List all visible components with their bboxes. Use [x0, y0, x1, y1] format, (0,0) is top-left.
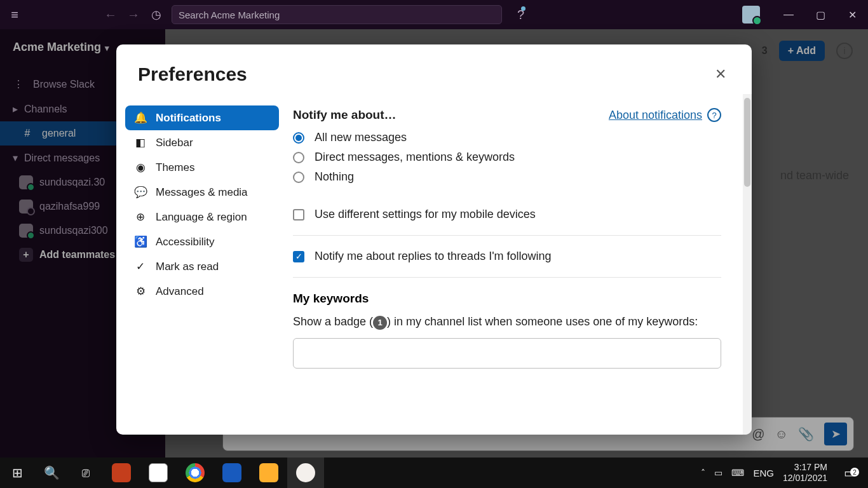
minimize-icon[interactable]: — — [773, 9, 804, 20]
eye-icon: ◉ — [134, 161, 147, 174]
battery-icon[interactable]: ▭ — [714, 468, 722, 478]
accessibility-icon: ♿ — [134, 235, 147, 248]
checkbox-mobile-settings[interactable]: Use different settings for my mobile dev… — [293, 208, 740, 221]
app-file-explorer[interactable] — [250, 458, 287, 488]
app-slack[interactable] — [287, 458, 324, 488]
nav-sidebar[interactable]: ◧Sidebar — [125, 130, 279, 155]
back-arrow-icon[interactable]: ← — [99, 8, 122, 22]
nav-messages-media[interactable]: 💬Messages & media — [125, 180, 279, 205]
system-tray: ˄ ▭ ⌨ ENG 3:17 PM 12/01/2021 ▭2 — [701, 462, 868, 484]
window-titlebar: ≡ ← → ◷ Search Acme Marketing ? — ▢ ✕ — [0, 0, 868, 29]
hamburger-icon[interactable]: ≡ — [0, 8, 29, 22]
preferences-content: Notify me about… About notifications ? A… — [288, 94, 752, 435]
taskbar-clock[interactable]: 3:17 PM 12/01/2021 — [783, 462, 827, 484]
badge-count-icon: 1 — [373, 316, 387, 330]
nav-accessibility[interactable]: ♿Accessibility — [125, 229, 279, 254]
app-ms-store[interactable] — [140, 458, 177, 488]
history-icon[interactable]: ◷ — [145, 8, 168, 22]
help-circle-icon: ? — [707, 108, 721, 122]
app-chrome[interactable] — [177, 458, 214, 488]
my-keywords-heading: My keywords — [293, 292, 740, 306]
radio-icon — [293, 152, 304, 163]
gear-icon: ⚙ — [134, 285, 147, 298]
app-powerpoint[interactable] — [103, 458, 140, 488]
checkbox-icon: ✓ — [293, 251, 304, 262]
nav-advanced[interactable]: ⚙Advanced — [125, 279, 279, 304]
radio-dm-mentions-keywords[interactable]: Direct messages, mentions & keywords — [293, 151, 740, 164]
radio-icon — [293, 172, 304, 183]
action-center-icon[interactable]: ▭2 — [836, 465, 863, 480]
search-icon[interactable]: 🔍 — [34, 458, 69, 488]
my-keywords-description: Show a badge (1) in my channel list when… — [293, 313, 721, 330]
search-placeholder: Search Acme Marketing — [179, 10, 280, 20]
sidebar-icon: ◧ — [134, 136, 147, 149]
start-button[interactable]: ⊞ — [0, 458, 34, 488]
message-icon: 💬 — [134, 186, 147, 199]
user-avatar[interactable] — [742, 6, 760, 24]
nav-mark-as-read[interactable]: ✓Mark as read — [125, 254, 279, 279]
globe-icon: ⊕ — [134, 210, 147, 224]
dialog-title: Preferences — [138, 64, 247, 85]
language-indicator[interactable]: ENG — [753, 468, 774, 478]
keywords-input[interactable] — [293, 338, 721, 369]
bell-icon: 🔔 — [134, 111, 147, 125]
windows-taskbar: ⊞ 🔍 ⎚ ˄ ▭ ⌨ ENG 3:17 PM 12/01/2021 ▭2 — [0, 458, 868, 488]
nav-themes[interactable]: ◉Themes — [125, 155, 279, 180]
search-input[interactable]: Search Acme Marketing — [172, 5, 502, 24]
preferences-dialog: Preferences ✕ 🔔Notifications ◧Sidebar ◉T… — [116, 44, 752, 435]
nav-language-region[interactable]: ⊕Language & region — [125, 205, 279, 229]
divider — [293, 277, 721, 278]
radio-icon — [293, 132, 304, 144]
close-window-icon[interactable]: ✕ — [836, 9, 868, 21]
about-notifications-link[interactable]: About notifications ? — [609, 108, 721, 122]
forward-arrow-icon[interactable]: → — [122, 8, 145, 22]
check-icon: ✓ — [134, 260, 147, 273]
app-word[interactable] — [214, 458, 250, 488]
preferences-nav: 🔔Notifications ◧Sidebar ◉Themes 💬Message… — [116, 94, 288, 435]
keyboard-icon[interactable]: ⌨ — [731, 468, 744, 478]
tray-chevron-icon[interactable]: ˄ — [701, 468, 705, 478]
notify-heading: Notify me about… — [293, 108, 397, 122]
scrollbar-thumb[interactable] — [744, 98, 750, 187]
checkbox-icon — [293, 209, 304, 220]
help-icon[interactable]: ? — [517, 8, 524, 22]
maximize-icon[interactable]: ▢ — [804, 9, 836, 21]
radio-nothing[interactable]: Nothing — [293, 170, 740, 184]
nav-notifications[interactable]: 🔔Notifications — [125, 105, 279, 130]
scrollbar[interactable] — [743, 94, 752, 435]
divider — [293, 235, 721, 236]
radio-all-new-messages[interactable]: All new messages — [293, 131, 740, 144]
close-icon[interactable]: ✕ — [711, 62, 730, 86]
task-view-icon[interactable]: ⎚ — [69, 458, 103, 488]
checkbox-thread-replies[interactable]: ✓ Notify me about replies to threads I'm… — [293, 250, 740, 263]
